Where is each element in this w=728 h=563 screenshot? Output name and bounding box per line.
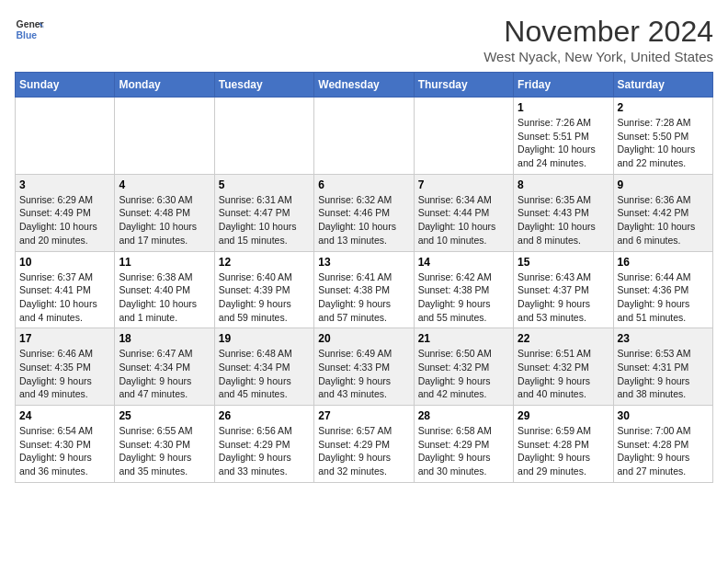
day-number: 15 [518, 256, 609, 269]
day-number: 13 [318, 256, 409, 269]
day-info: Sunrise: 6:37 AM Sunset: 4:41 PM Dayligh… [19, 270, 110, 325]
week-row-5: 24Sunrise: 6:54 AM Sunset: 4:30 PM Dayli… [16, 406, 713, 483]
day-info: Sunrise: 6:55 AM Sunset: 4:30 PM Dayligh… [119, 424, 210, 478]
day-number: 3 [19, 178, 110, 191]
day-info: Sunrise: 6:31 AM Sunset: 4:47 PM Dayligh… [219, 193, 310, 247]
calendar-cell: 5Sunrise: 6:31 AM Sunset: 4:47 PM Daylig… [214, 174, 313, 251]
day-number: 18 [119, 332, 210, 345]
calendar-cell: 25Sunrise: 6:55 AM Sunset: 4:30 PM Dayli… [115, 406, 214, 483]
day-info: Sunrise: 6:48 AM Sunset: 4:34 PM Dayligh… [219, 347, 310, 401]
calendar-cell: 28Sunrise: 6:58 AM Sunset: 4:29 PM Dayli… [414, 406, 513, 483]
calendar-cell: 21Sunrise: 6:50 AM Sunset: 4:32 PM Dayli… [414, 328, 513, 406]
day-number: 22 [518, 332, 609, 345]
logo-icon: General Blue [15, 15, 44, 44]
calendar-cell: 4Sunrise: 6:30 AM Sunset: 4:48 PM Daylig… [115, 174, 214, 251]
calendar-cell: 20Sunrise: 6:49 AM Sunset: 4:33 PM Dayli… [314, 328, 414, 406]
calendar-cell: 24Sunrise: 6:54 AM Sunset: 4:30 PM Dayli… [16, 406, 115, 483]
calendar-cell [115, 98, 214, 175]
calendar-cell: 1Sunrise: 7:26 AM Sunset: 5:51 PM Daylig… [514, 98, 613, 175]
weekday-sunday: Sunday [16, 73, 115, 98]
day-info: Sunrise: 6:32 AM Sunset: 4:46 PM Dayligh… [318, 193, 409, 247]
calendar-cell: 9Sunrise: 6:36 AM Sunset: 4:42 PM Daylig… [613, 174, 712, 251]
svg-text:Blue: Blue [17, 30, 38, 40]
calendar-cell [16, 98, 115, 175]
calendar-cell [214, 98, 313, 175]
calendar-cell: 23Sunrise: 6:53 AM Sunset: 4:31 PM Dayli… [613, 328, 712, 406]
day-number: 19 [219, 332, 310, 345]
day-number: 21 [418, 332, 509, 345]
calendar-cell: 18Sunrise: 6:47 AM Sunset: 4:34 PM Dayli… [115, 328, 214, 406]
day-info: Sunrise: 6:42 AM Sunset: 4:38 PM Dayligh… [418, 270, 509, 325]
day-number: 2 [618, 101, 709, 114]
calendar-cell: 30Sunrise: 7:00 AM Sunset: 4:28 PM Dayli… [613, 406, 712, 483]
day-number: 23 [618, 332, 709, 345]
title-block: November 2024 West Nyack, New York, Unit… [483, 15, 713, 64]
calendar-cell: 15Sunrise: 6:43 AM Sunset: 4:37 PM Dayli… [514, 251, 613, 328]
week-row-1: 1Sunrise: 7:26 AM Sunset: 5:51 PM Daylig… [16, 98, 713, 175]
calendar-cell: 14Sunrise: 6:42 AM Sunset: 4:38 PM Dayli… [414, 251, 513, 328]
weekday-header-row: SundayMondayTuesdayWednesdayThursdayFrid… [16, 73, 713, 98]
day-info: Sunrise: 6:40 AM Sunset: 4:39 PM Dayligh… [219, 270, 310, 325]
calendar-cell: 29Sunrise: 6:59 AM Sunset: 4:28 PM Dayli… [514, 406, 613, 483]
day-number: 10 [19, 256, 110, 269]
weekday-friday: Friday [514, 73, 613, 98]
calendar-cell: 19Sunrise: 6:48 AM Sunset: 4:34 PM Dayli… [214, 328, 313, 406]
day-info: Sunrise: 6:51 AM Sunset: 4:32 PM Dayligh… [518, 347, 609, 401]
day-info: Sunrise: 6:44 AM Sunset: 4:36 PM Dayligh… [618, 270, 709, 325]
weekday-monday: Monday [115, 73, 214, 98]
day-number: 7 [418, 178, 509, 191]
day-info: Sunrise: 6:57 AM Sunset: 4:29 PM Dayligh… [318, 424, 409, 478]
day-info: Sunrise: 6:47 AM Sunset: 4:34 PM Dayligh… [119, 347, 210, 401]
calendar-cell: 2Sunrise: 7:28 AM Sunset: 5:50 PM Daylig… [613, 98, 712, 175]
day-number: 16 [618, 256, 709, 269]
day-info: Sunrise: 6:36 AM Sunset: 4:42 PM Dayligh… [618, 193, 709, 247]
day-info: Sunrise: 6:43 AM Sunset: 4:37 PM Dayligh… [518, 270, 609, 325]
calendar-cell: 13Sunrise: 6:41 AM Sunset: 4:38 PM Dayli… [314, 251, 414, 328]
day-info: Sunrise: 6:41 AM Sunset: 4:38 PM Dayligh… [318, 270, 409, 325]
day-number: 29 [518, 409, 609, 422]
day-number: 27 [318, 409, 409, 422]
day-info: Sunrise: 6:38 AM Sunset: 4:40 PM Dayligh… [119, 270, 210, 325]
day-number: 30 [618, 409, 709, 422]
day-number: 28 [418, 409, 509, 422]
day-number: 1 [518, 101, 609, 114]
calendar-cell: 11Sunrise: 6:38 AM Sunset: 4:40 PM Dayli… [115, 251, 214, 328]
day-info: Sunrise: 6:30 AM Sunset: 4:48 PM Dayligh… [119, 193, 210, 247]
calendar-cell: 16Sunrise: 6:44 AM Sunset: 4:36 PM Dayli… [613, 251, 712, 328]
calendar-cell: 6Sunrise: 6:32 AM Sunset: 4:46 PM Daylig… [314, 174, 414, 251]
day-info: Sunrise: 6:49 AM Sunset: 4:33 PM Dayligh… [318, 347, 409, 401]
weekday-thursday: Thursday [414, 73, 513, 98]
day-number: 24 [19, 409, 110, 422]
day-info: Sunrise: 6:53 AM Sunset: 4:31 PM Dayligh… [618, 347, 709, 401]
day-number: 4 [119, 178, 210, 191]
day-number: 6 [318, 178, 409, 191]
day-number: 9 [618, 178, 709, 191]
day-number: 11 [119, 256, 210, 269]
calendar-cell: 7Sunrise: 6:34 AM Sunset: 4:44 PM Daylig… [414, 174, 513, 251]
calendar-cell: 12Sunrise: 6:40 AM Sunset: 4:39 PM Dayli… [214, 251, 313, 328]
calendar-cell: 17Sunrise: 6:46 AM Sunset: 4:35 PM Dayli… [16, 328, 115, 406]
day-number: 5 [219, 178, 310, 191]
week-row-3: 10Sunrise: 6:37 AM Sunset: 4:41 PM Dayli… [16, 251, 713, 328]
day-info: Sunrise: 6:46 AM Sunset: 4:35 PM Dayligh… [19, 347, 110, 401]
day-info: Sunrise: 6:34 AM Sunset: 4:44 PM Dayligh… [418, 193, 509, 247]
day-info: Sunrise: 6:29 AM Sunset: 4:49 PM Dayligh… [19, 193, 110, 247]
day-info: Sunrise: 6:50 AM Sunset: 4:32 PM Dayligh… [418, 347, 509, 401]
week-row-2: 3Sunrise: 6:29 AM Sunset: 4:49 PM Daylig… [16, 174, 713, 251]
calendar-body: 1Sunrise: 7:26 AM Sunset: 5:51 PM Daylig… [16, 98, 713, 483]
weekday-tuesday: Tuesday [214, 73, 313, 98]
calendar-table: SundayMondayTuesdayWednesdayThursdayFrid… [15, 72, 713, 483]
day-number: 25 [119, 409, 210, 422]
month-title: November 2024 [483, 15, 713, 49]
day-number: 20 [318, 332, 409, 345]
day-info: Sunrise: 7:26 AM Sunset: 5:51 PM Dayligh… [518, 116, 609, 170]
calendar-cell [314, 98, 414, 175]
calendar-cell: 22Sunrise: 6:51 AM Sunset: 4:32 PM Dayli… [514, 328, 613, 406]
week-row-4: 17Sunrise: 6:46 AM Sunset: 4:35 PM Dayli… [16, 328, 713, 406]
day-number: 17 [19, 332, 110, 345]
day-number: 26 [219, 409, 310, 422]
logo: General Blue [15, 15, 44, 44]
day-info: Sunrise: 6:58 AM Sunset: 4:29 PM Dayligh… [418, 424, 509, 478]
weekday-wednesday: Wednesday [314, 73, 414, 98]
day-info: Sunrise: 6:54 AM Sunset: 4:30 PM Dayligh… [19, 424, 110, 478]
